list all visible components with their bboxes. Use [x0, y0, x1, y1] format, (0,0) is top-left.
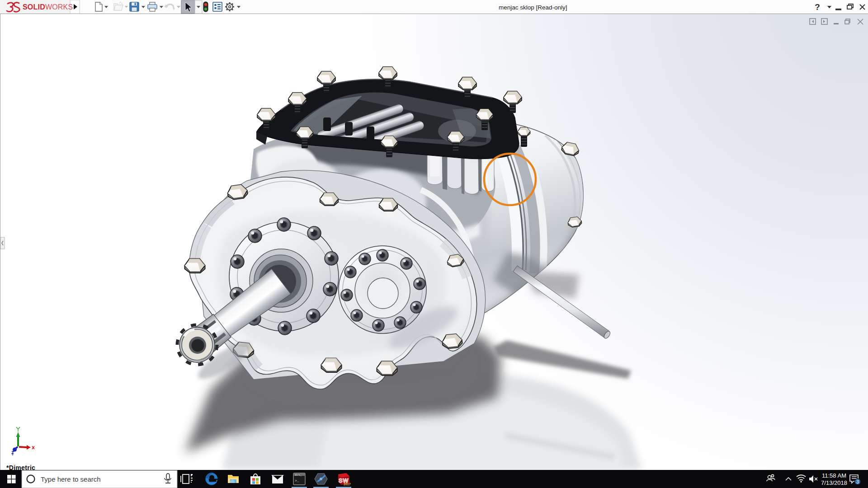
- svg-text:11:58 AM: 11:58 AM: [822, 472, 846, 479]
- svg-text:SOLIDWORKS: SOLIDWORKS: [23, 3, 73, 11]
- svg-text:C:\_: C:\_: [295, 474, 302, 477]
- svg-text:Type here to search: Type here to search: [41, 475, 101, 483]
- svg-text:3: 3: [856, 479, 859, 484]
- svg-text:2017: 2017: [344, 483, 351, 486]
- svg-text:?: ?: [815, 2, 820, 12]
- svg-text:>_: >_: [295, 479, 299, 483]
- svg-text:7/13/2018: 7/13/2018: [821, 479, 847, 486]
